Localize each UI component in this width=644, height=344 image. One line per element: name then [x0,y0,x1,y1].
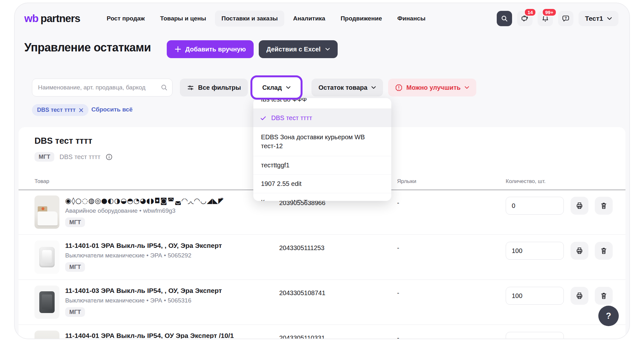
dropdown-item[interactable]: EDBS Зона доставки курьером WB тест-12 [253,127,391,156]
dropdown-item[interactable]: Курьером WB Тест [253,193,391,201]
chevron-down-icon [464,86,469,89]
trash-icon [600,247,608,255]
search-button[interactable] [497,11,512,26]
product-subtitle: Выключатели механические • ЭРА • 5065316 [65,297,222,304]
dropdown-item[interactable]: тестttggf1 [253,156,391,174]
product-thumbnail[interactable] [34,331,59,339]
check-icon [260,115,267,122]
mgt-badge: МГТ [65,262,85,272]
product-thumbnail[interactable] [34,241,59,274]
quantity-input[interactable] [506,287,564,305]
reset-filters-link[interactable]: Сбросить всё [91,106,133,113]
all-filters-label: Все фильтры [198,84,241,91]
dropdown-item-selected[interactable]: DBS тест тттт [253,109,391,127]
page-title: Управление остатками [24,41,151,54]
barcode-value: 2043305111253 [279,244,325,252]
stock-filter-button[interactable]: Остаток товара [311,79,383,96]
column-header-labels: Ярлыки [397,178,416,185]
printer-icon [575,292,584,300]
account-name: Тест1 [585,15,603,22]
chevron-down-icon [286,86,291,89]
trash-icon [600,292,608,300]
product-thumbnail[interactable] [34,286,59,319]
notifications-count-badge: 99+ [542,8,557,17]
account-menu[interactable]: Тест1 [579,11,618,26]
nav-item-analytics[interactable]: Аналитика [287,11,332,27]
add-manual-button[interactable]: Добавить вручную [167,40,254,58]
nav-item-supplies-orders[interactable]: Поставки и заказы [215,11,284,27]
warehouse-filter-label: Склад [262,84,282,91]
wb-partners-logo[interactable]: wbpartners [24,12,80,25]
product-subtitle: Выключатели механические • ЭРА • 5065292 [65,252,222,259]
dropdown-item[interactable]: 1907 2.55 edit [253,174,391,193]
quantity-input[interactable] [506,332,564,339]
improve-filter-label: Можно улучшить [406,84,461,91]
product-subtitle: Аварийное оборудование • wbwfm69g3 [65,207,224,214]
search-icon [501,15,508,22]
add-manual-label: Добавить вручную [185,46,246,53]
product-row: 11-1401-03 ЭРА Выкл-ль IP54, , ОУ, Эра Э… [19,280,625,325]
nav-item-finance[interactable]: Финансы [391,11,432,27]
nav-item-goods-prices[interactable]: Товары и цены [154,11,212,27]
messages-button[interactable]: 14 [517,11,533,26]
product-row: 11-1404-01 ЭРА Выкл-ль IP54, ОУ Эра Эксп… [19,325,625,339]
product-row: 11-1401-01 ЭРА Выкл-ль IP54, , ОУ, Эра Э… [19,235,625,280]
print-button[interactable] [571,242,588,260]
filter-chip[interactable]: DBS тест тттт [32,104,88,116]
svg-text:?: ? [565,16,567,20]
product-name[interactable]: 11-1401-01 ЭРА Выкл-ль IP54, , ОУ, Эра Э… [65,242,222,249]
notifications-button[interactable]: 99+ [538,11,553,26]
mgt-badge: МГТ [65,307,85,317]
improve-filter-button[interactable]: Можно улучшить [388,79,476,96]
column-header-quantity: Количество, шт. [506,178,546,185]
quantity-input[interactable] [506,242,564,260]
chevron-down-icon [371,86,376,89]
print-button[interactable] [571,197,588,215]
chevron-down-icon [325,48,330,51]
print-button[interactable] [571,287,588,305]
product-name[interactable]: ◉◊○◌◍◎●◐◑◒◓◔◕◖◗◘◙◚◛◜◝◞◟◠◡◢◣◤̌ [65,197,224,205]
filter-chip-label: DBS тест тттт [37,107,76,113]
quantity-input[interactable] [506,197,564,215]
support-button[interactable]: ? [558,11,573,26]
dropdown-item-label: EDBS Зона доставки курьером WB тест-12 [261,133,370,150]
close-icon[interactable] [79,108,83,112]
nav-menu: Рост продаж Товары и цены Поставки и зак… [100,11,432,27]
section-title: DBS тест тттт [34,136,92,146]
labels-value: - [397,289,399,297]
warehouse-dropdown: fbs test do ФФФ DBS тест тттт EDBS Зона … [253,98,391,201]
warehouse-filter-button[interactable]: Склад [250,75,303,100]
plus-icon [174,46,181,53]
logo-wb: wb [24,12,38,25]
product-thumbnail[interactable] [34,195,59,229]
product-name[interactable]: 11-1404-01 ЭРА Выкл-ль IP54, ОУ Эра Эксп… [65,332,234,339]
barcode-value: 2043305110331 [279,334,325,339]
mgt-badge: МГТ [65,218,85,227]
section-subtitle: DBS тест тттт [59,153,100,161]
info-icon[interactable] [105,153,113,161]
delete-button[interactable] [595,242,613,260]
excel-actions-button[interactable]: Действия с Excel [259,40,338,58]
help-bubble-icon: ? [562,14,570,23]
printer-icon [575,247,584,255]
help-fab[interactable]: ? [598,306,619,326]
nav-item-sales-growth[interactable]: Рост продаж [100,11,151,27]
app-window: wbpartners Рост продаж Товары и цены Пос… [14,3,630,339]
column-header-product: Товар [34,178,49,185]
nav-actions: 14 99+ ? Тест1 [497,11,618,26]
nav-item-promotion[interactable]: Продвижение [334,11,388,27]
stock-filter-label: Остаток товара [318,84,367,91]
product-name[interactable]: 11-1401-03 ЭРА Выкл-ль IP54, , ОУ, Эра Э… [65,287,222,294]
delete-button[interactable] [595,287,613,305]
labels-value: - [397,244,399,252]
warning-octagon-icon [395,84,402,91]
printer-icon [575,202,584,210]
labels-value: - [397,334,399,339]
labels-value: - [397,199,399,207]
dropdown-item-label: DBS тест тттт [271,114,312,122]
delete-button[interactable] [595,197,613,215]
product-search [32,79,172,96]
excel-actions-label: Действия с Excel [266,46,321,53]
all-filters-button[interactable]: Все фильтры [180,79,248,96]
product-search-input[interactable] [32,79,172,96]
